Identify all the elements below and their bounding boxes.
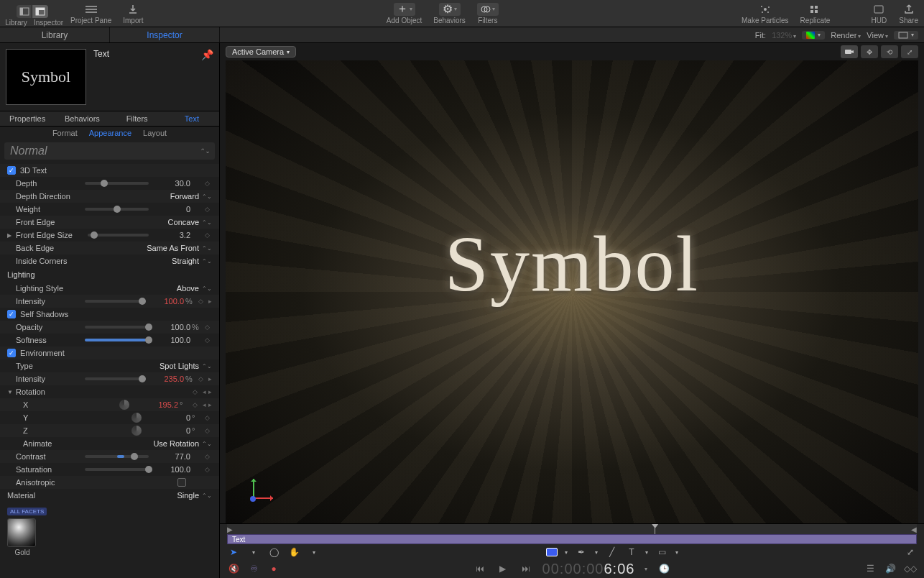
slider-saturation[interactable] [85, 468, 149, 471]
checkbox-environment[interactable] [7, 349, 16, 357]
keyframe-editor-icon[interactable]: ◇◇ [904, 562, 917, 575]
loop-icon[interactable]: ♾ [247, 562, 260, 575]
color-channel-button[interactable]: ▾ [802, 31, 825, 40]
mute-icon[interactable]: 🔇 [227, 562, 240, 575]
param-rot-z[interactable]: Z 0 ° ◇ [0, 424, 219, 437]
param-depth[interactable]: Depth 30.0 ◇ [0, 177, 219, 190]
orbit-icon[interactable]: ⟲ [881, 45, 898, 58]
subtab-layout[interactable]: Layout [143, 129, 167, 137]
param-3d-text[interactable]: 3D Text [0, 164, 219, 177]
param-front-edge-size[interactable]: ▶ Front Edge Size 3.2 ◇ [0, 229, 219, 242]
replicate-button[interactable]: Replicate [795, 0, 836, 27]
render-menu[interactable]: Render [831, 31, 861, 40]
param-front-edge[interactable]: Front Edge Concave ⌃⌄ [0, 216, 219, 229]
value-env-intensity[interactable]: 235.0 [148, 375, 184, 383]
slider-weight[interactable] [85, 208, 149, 211]
value-lighting-style[interactable]: Above [79, 284, 202, 293]
layout-button[interactable]: ▾ [894, 31, 918, 40]
audio-icon[interactable]: 🔊 [884, 562, 897, 575]
dolly-icon[interactable]: ⤢ [901, 45, 918, 58]
param-softness[interactable]: Softness 100.0 ◇ [0, 334, 219, 347]
slider-contrast[interactable] [85, 455, 149, 458]
param-contrast[interactable]: Contrast 77.0 ◇ [0, 450, 219, 463]
go-start-icon[interactable]: ⏮ [473, 562, 486, 575]
itab-filters[interactable]: Filters [110, 111, 165, 126]
itab-text[interactable]: Text [165, 111, 219, 126]
material-thumbnail[interactable] [7, 518, 36, 547]
value-animate[interactable]: Use Rotation [79, 439, 202, 448]
checkbox-anisotropic[interactable] [177, 478, 186, 487]
camera-menu[interactable]: Active Camera ▾ [226, 46, 296, 58]
value-back-edge[interactable]: Same As Front [79, 244, 202, 252]
tab-inspector[interactable]: Inspector [110, 27, 220, 42]
value-env-type[interactable]: Spot Lights [79, 362, 202, 370]
value-saturation[interactable]: 100.0 [154, 465, 190, 474]
fit-value[interactable]: 132% [772, 31, 796, 40]
value-rot-y[interactable]: 0 [154, 413, 190, 422]
hud-button[interactable]: HUD [864, 0, 893, 27]
text-tool[interactable]: T [625, 546, 638, 559]
param-animate[interactable]: Animate Use Rotation ⌃⌄ [0, 437, 219, 450]
subtab-format[interactable]: Format [52, 129, 78, 137]
line-tool[interactable]: ╱ [605, 546, 618, 559]
shape-tool[interactable]: ▭ [655, 546, 668, 559]
expand-icon[interactable]: ⤢ [904, 546, 917, 559]
param-saturation[interactable]: Saturation 100.0 ◇ [0, 463, 219, 476]
param-lighting-style[interactable]: Lighting Style Above ⌃⌄ [0, 282, 219, 295]
value-front-edge[interactable]: Concave [79, 218, 202, 226]
itab-behaviors[interactable]: Behaviors [55, 111, 109, 126]
pan-icon[interactable]: ✥ [861, 45, 878, 58]
param-back-edge[interactable]: Back Edge Same As Front ⌃⌄ [0, 242, 219, 254]
value-weight[interactable]: 0 [154, 205, 190, 214]
timeline-ruler[interactable]: ▶ ◀ [227, 524, 917, 534]
checkbox-self-shadows[interactable] [7, 310, 16, 318]
param-rotation[interactable]: ▼ Rotation ◇ ◂▸ [0, 385, 219, 398]
param-environment[interactable]: Environment [0, 347, 219, 359]
param-env-intensity[interactable]: Intensity 235.0 % ◇ ▸ [0, 372, 219, 385]
value-material-mode[interactable]: Single [79, 491, 202, 500]
make-particles-button[interactable]: Make Particles [736, 0, 795, 27]
keyframe-nav-rot[interactable]: ◂▸ [203, 388, 212, 395]
param-self-shadows[interactable]: Self Shadows [0, 308, 219, 321]
arrow-tool-menu[interactable]: ▾ [247, 546, 260, 559]
param-weight[interactable]: Weight 0 ◇ [0, 203, 219, 216]
disclose-icon[interactable]: ▶ [7, 232, 14, 239]
slider-depth[interactable] [85, 182, 149, 185]
timecode-display[interactable]: 00:00:006:06 [542, 560, 635, 577]
hand-tool[interactable]: ✋ [287, 546, 300, 559]
value-rot-x[interactable]: 195.2 [142, 400, 178, 409]
subtab-appearance[interactable]: Appearance [89, 129, 131, 137]
share-button[interactable]: Share [893, 0, 924, 27]
import-button[interactable]: Import [117, 0, 149, 27]
value-inside-corners[interactable]: Straight [79, 257, 202, 265]
itab-properties[interactable]: Properties [0, 111, 55, 126]
checkbox-3d-text[interactable] [7, 166, 16, 175]
param-lighting-intensity[interactable]: Intensity 100.0 % ◇ ▸ [0, 295, 219, 308]
slider-lighting-intensity[interactable] [85, 300, 142, 303]
arrow-tool[interactable]: ➤ [227, 546, 240, 559]
value-opacity[interactable]: 100.0 [154, 323, 190, 331]
slider-softness[interactable] [85, 339, 149, 341]
dial-z[interactable] [131, 426, 142, 436]
canvas-text-object[interactable]: Symbol [445, 219, 699, 310]
project-pane-button[interactable]: Project Pane [65, 0, 117, 27]
param-inside-corners[interactable]: Inside Corners Straight ⌃⌄ [0, 254, 219, 267]
left-panel-toggle[interactable] [17, 5, 48, 18]
camera-icon[interactable] [841, 45, 858, 58]
param-material[interactable]: Material Single ⌃⌄ [0, 489, 219, 502]
param-opacity[interactable]: Opacity 100.0 % ◇ [0, 321, 219, 334]
keyframe-nav-x[interactable]: ◂▸ [203, 401, 212, 408]
slider-opacity[interactable] [85, 326, 149, 329]
pen-tool[interactable]: ✒ [575, 546, 588, 559]
value-lighting-intensity[interactable]: 100.0 [148, 297, 184, 306]
view-menu[interactable]: View [867, 31, 888, 40]
param-env-type[interactable]: Type Spot Lights ⌃⌄ [0, 359, 219, 372]
timecode-menu[interactable]: ▾ [645, 566, 647, 572]
record-icon[interactable]: ● [267, 562, 280, 575]
dial-x[interactable] [119, 400, 129, 410]
value-rot-z[interactable]: 0 [154, 426, 190, 435]
slider-env-intensity[interactable] [85, 377, 142, 380]
value-softness[interactable]: 100.0 [154, 336, 190, 344]
keyframe-nav-env[interactable]: ▸ [208, 375, 212, 382]
param-anisotropic[interactable]: Anisotropic [0, 476, 219, 489]
